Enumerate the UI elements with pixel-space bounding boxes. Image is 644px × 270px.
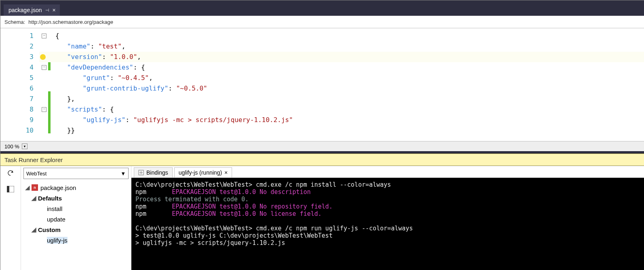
layout-icon[interactable] bbox=[6, 185, 15, 194]
tab-running-label: uglify-js (running) bbox=[179, 169, 222, 176]
code-line[interactable]: }} bbox=[39, 125, 644, 136]
code-line[interactable]: "version": "1.0.0", bbox=[39, 52, 644, 62]
tree-task[interactable]: uglify-js bbox=[23, 235, 131, 245]
zoom-dropdown[interactable]: ▼ bbox=[22, 143, 27, 149]
code-line[interactable]: "uglify-js": "uglifyjs -mc > scripts/jqu… bbox=[39, 115, 644, 125]
tree-group[interactable]: ◢Defaults bbox=[23, 193, 131, 203]
pin-icon[interactable]: ⊣ bbox=[45, 8, 49, 13]
code-surface[interactable]: −{ "name": "test", "version": "1.0.0",− … bbox=[39, 28, 644, 141]
code-line[interactable]: − "scripts": { bbox=[39, 104, 644, 115]
line-gutter: 12345678910 bbox=[0, 28, 39, 141]
terminal-line: npm WARN EPACKAGEJSON test@1.0.0 No lice… bbox=[135, 210, 640, 217]
tree-root[interactable]: ◢npackage.json bbox=[23, 182, 131, 193]
terminal-line: npm WARN EPACKAGEJSON test@1.0.0 No repo… bbox=[135, 203, 640, 210]
svg-rect-1 bbox=[7, 186, 9, 192]
fold-icon[interactable]: − bbox=[42, 34, 46, 38]
task-runner-title: Task Runner Explorer bbox=[4, 156, 63, 163]
code-editor[interactable]: 12345678910 −{ "name": "test", "version"… bbox=[0, 28, 644, 141]
code-line[interactable]: "name": "test", bbox=[39, 41, 644, 52]
chevron-down-icon: ▼ bbox=[120, 171, 126, 177]
lightbulb-icon[interactable] bbox=[40, 54, 46, 60]
close-icon[interactable]: × bbox=[224, 169, 228, 176]
code-line[interactable]: −{ bbox=[39, 31, 644, 41]
tree-body: ◢npackage.json◢Defaultsinstallupdate◢Cus… bbox=[21, 181, 131, 245]
tab-bindings[interactable]: Bindings bbox=[134, 167, 173, 177]
app-window: package.json ⊣ × Schema: http://json.sch… bbox=[0, 0, 644, 270]
tab-uglify-running[interactable]: uglify-js (running) × bbox=[174, 167, 232, 177]
terminal-output[interactable]: C:\dev\projects\WebTest\WebTest> cmd.exe… bbox=[131, 178, 644, 270]
tab-bindings-label: Bindings bbox=[146, 169, 168, 176]
zoom-value: 100 % bbox=[0, 143, 20, 150]
terminal-line: C:\dev\projects\WebTest\WebTest> cmd.exe… bbox=[135, 181, 640, 188]
code-line[interactable]: }, bbox=[39, 94, 644, 104]
close-icon[interactable]: × bbox=[53, 7, 56, 13]
code-line[interactable]: "grunt-contrib-uglify": "~0.5.0" bbox=[39, 83, 644, 94]
schema-value[interactable]: http://json.schemastore.org/package bbox=[28, 19, 113, 25]
code-line[interactable]: − "devDependencies": { bbox=[39, 62, 644, 73]
task-runner-header[interactable]: Task Runner Explorer bbox=[0, 154, 644, 166]
tree-group[interactable]: ◢Custom bbox=[23, 224, 131, 235]
terminal-line: > test@1.0.0 uglify-js C:\dev\projects\W… bbox=[135, 232, 640, 239]
file-tab-package-json[interactable]: package.json ⊣ × bbox=[4, 4, 60, 16]
schema-label: Schema: bbox=[0, 19, 28, 25]
terminal-line: C:\dev\projects\WebTest\WebTest> cmd.exe… bbox=[135, 225, 640, 232]
fold-icon[interactable]: − bbox=[42, 65, 46, 70]
code-line[interactable]: "grunt": "~0.4.5", bbox=[39, 73, 644, 83]
output-pane: Bindings uglify-js (running) × C:\dev\pr… bbox=[131, 166, 644, 270]
file-tab-label: package.json bbox=[8, 7, 42, 13]
output-tabs: Bindings uglify-js (running) × bbox=[131, 166, 644, 178]
refresh-icon[interactable] bbox=[6, 169, 15, 177]
tree-task[interactable]: update bbox=[23, 214, 131, 224]
terminal-line: > uglifyjs -mc > scripts/jquery-1.10.2.j… bbox=[135, 239, 640, 247]
panel-toolbar bbox=[0, 166, 21, 270]
npm-icon: n bbox=[32, 184, 38, 191]
zoom-bar: 100 % ▼ bbox=[0, 141, 644, 151]
document-tabbar: package.json ⊣ × bbox=[0, 0, 644, 16]
task-runner-panel: WebTest ▼ ◢npackage.json◢Defaultsinstall… bbox=[0, 166, 644, 270]
bindings-icon bbox=[138, 170, 144, 175]
project-name: WebTest bbox=[26, 171, 46, 177]
task-tree: WebTest ▼ ◢npackage.json◢Defaultsinstall… bbox=[21, 166, 131, 270]
terminal-line bbox=[135, 217, 640, 225]
terminal-line: Process terminated with code 0. bbox=[135, 196, 640, 203]
tree-task[interactable]: install bbox=[23, 203, 131, 214]
project-selector[interactable]: WebTest ▼ bbox=[23, 168, 129, 179]
schema-bar: Schema: http://json.schemastore.org/pack… bbox=[0, 16, 644, 28]
fold-icon[interactable]: − bbox=[42, 107, 46, 112]
terminal-line: npm WARN EPACKAGEJSON test@1.0.0 No desc… bbox=[135, 188, 640, 196]
